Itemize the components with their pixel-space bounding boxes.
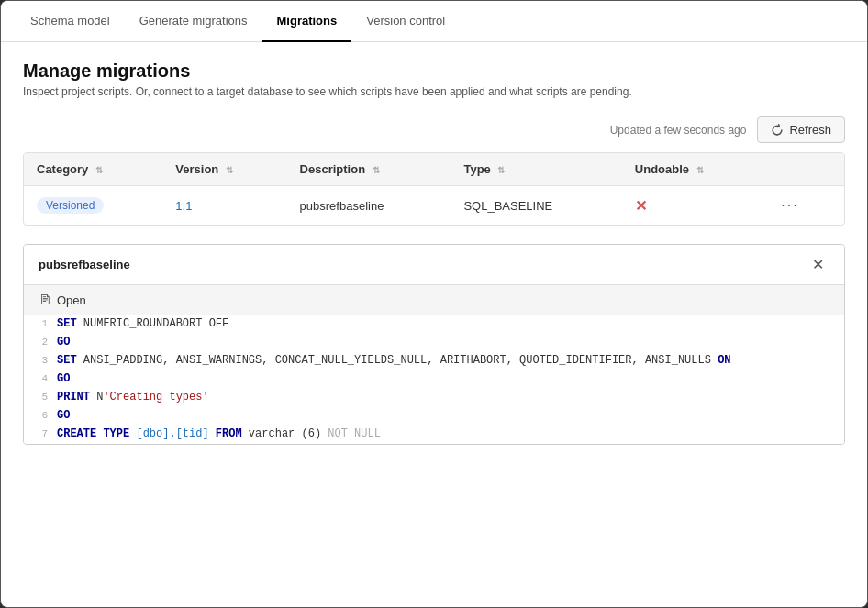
line-num-6: 6 [24,407,57,423]
col-undoable[interactable]: Undoable ⇅ [622,153,763,186]
page-subtitle: Inspect project scripts. Or, connect to … [23,85,845,98]
code-line-1: 1 SET NUMERIC_ROUNDABORT OFF [24,315,844,334]
line-num-1: 1 [24,315,57,331]
tab-generate-migrations[interactable]: Generate migrations [125,1,262,42]
code-body: 1 SET NUMERIC_ROUNDABORT OFF 2 GO 3 SET … [24,315,844,444]
code-panel-header: pubsrefbaseline ✕ [24,245,844,285]
line-content-1: SET NUMERIC_ROUNDABORT OFF [57,315,228,332]
line-content-4: GO [57,370,70,387]
sort-icon-version: ⇅ [226,165,233,175]
cell-undoable: ✕ [622,186,763,226]
open-label[interactable]: Open [57,293,86,307]
line-content-2: GO [57,334,70,350]
code-line-2: 2 GO [24,334,844,352]
col-description[interactable]: Description ⇅ [287,153,451,186]
refresh-label: Refresh [789,123,831,137]
row-actions-button[interactable]: ··· [775,195,804,216]
sort-icon-description: ⇅ [373,165,380,175]
line-num-5: 5 [24,389,57,404]
migrations-table: Category ⇅ Version ⇅ Description ⇅ Typ [23,152,845,226]
line-num-2: 2 [24,334,57,349]
sort-icon-undoable: ⇅ [696,165,704,175]
toolbar: Updated a few seconds ago Refresh [23,116,845,143]
code-line-5: 5 PRINT N'Creating types' [24,389,844,407]
code-line-4: 4 GO [24,370,844,389]
page-title: Manage migrations [23,61,845,82]
category-badge[interactable]: Versioned [37,197,104,214]
cell-version: 1.1 [162,186,286,226]
version-link[interactable]: 1.1 [175,199,192,213]
refresh-button[interactable]: Refresh [757,116,845,143]
line-content-6: GO [57,407,70,424]
refresh-icon [771,124,784,137]
code-panel-title: pubsrefbaseline [39,258,130,271]
code-line-6: 6 GO [24,407,844,426]
tab-bar: Schema model Generate migrations Migrati… [1,1,867,42]
col-version[interactable]: Version ⇅ [162,153,286,186]
sort-icon-category: ⇅ [95,165,103,175]
line-num-4: 4 [24,370,57,386]
cell-category: Versioned [24,186,162,226]
table-header-row: Category ⇅ Version ⇅ Description ⇅ Typ [24,153,844,186]
tab-migrations[interactable]: Migrations [262,1,352,42]
code-line-3: 3 SET ANSI_PADDING, ANSI_WARNINGS, CONCA… [24,352,844,370]
cell-description: pubsrefbaseline [287,186,451,226]
close-panel-button[interactable]: ✕ [807,254,829,275]
cell-type: SQL_BASELINE [451,186,621,226]
line-content-5: PRINT N'Creating types' [57,389,209,405]
tab-schema-model[interactable]: Schema model [16,1,125,42]
line-num-3: 3 [24,352,57,368]
cell-actions: ··· [762,186,844,226]
app-window: Schema model Generate migrations Migrati… [0,0,868,608]
col-type[interactable]: Type ⇅ [451,153,621,186]
updated-text: Updated a few seconds ago [610,124,747,137]
sort-icon-type: ⇅ [497,165,505,175]
tab-version-control[interactable]: Version control [351,1,460,42]
line-num-7: 7 [24,426,57,441]
open-file-icon: 🖹 [39,293,51,307]
code-panel: pubsrefbaseline ✕ 🖹 Open 1 SET NUMERIC_R… [23,244,845,445]
table-row: Versioned 1.1 pubsrefbaseline SQL_BASELI… [24,186,844,226]
code-line-7: 7 CREATE TYPE [dbo].[tid] FROM varchar (… [24,426,844,444]
code-toolbar: 🖹 Open [24,285,844,315]
line-content-3: SET ANSI_PADDING, ANSI_WARNINGS, CONCAT_… [57,352,731,369]
col-actions [762,153,844,186]
col-category[interactable]: Category ⇅ [24,153,162,186]
line-content-7: CREATE TYPE [dbo].[tid] FROM varchar (6)… [57,426,381,442]
undoable-x-mark: ✕ [635,198,647,214]
main-content: Manage migrations Inspect project script… [1,42,867,445]
